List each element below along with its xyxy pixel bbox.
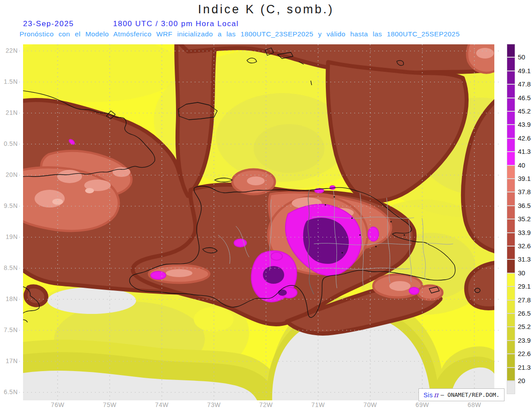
y-axis-label: 8.5N	[4, 264, 18, 271]
colorbar-cell	[507, 300, 515, 313]
x-axis-label: 70W	[364, 401, 377, 408]
colorbar-label: 23.9	[518, 337, 531, 344]
colorbar-label: 35.2	[518, 215, 531, 223]
colorbar-label: 46.5	[518, 94, 531, 102]
colorbar-cell	[507, 44, 515, 57]
colorbar-cell	[507, 381, 515, 394]
colorbar-cell	[507, 111, 515, 125]
y-axis-label: 18N	[6, 295, 18, 302]
x-axis-label: 69W	[415, 401, 429, 408]
y-axis-label: 9.5N	[4, 202, 18, 209]
colorbar-cell	[507, 233, 515, 246]
colorbar-label: 25.2	[518, 323, 531, 330]
colorbar-cell	[507, 354, 515, 367]
colorbar-cell	[507, 98, 515, 111]
colorbar-label: 21.3	[518, 364, 531, 371]
colorbar-cell	[507, 206, 515, 219]
x-axis-label: 71W	[311, 401, 325, 408]
colorbar-cell	[507, 165, 515, 179]
colorbar-cell	[507, 71, 515, 84]
colorbar-label: 43.9	[518, 121, 531, 128]
y-axis: 22N1.5N21N0.5N20N9.5N19N8.5N18N7.5N17N6.…	[0, 44, 20, 400]
colorbar-cell	[507, 57, 515, 70]
watermark-box: Sisπ– ONAMET/REP.DOM.	[419, 388, 505, 401]
k-index-field	[5, 35, 532, 403]
x-axis-label: 74W	[155, 401, 168, 408]
x-axis-label: 68W	[468, 401, 481, 408]
valid-date: 23-Sep-2025	[23, 20, 74, 28]
colorbar-cell	[507, 286, 515, 300]
x-axis-label: 72W	[259, 401, 273, 408]
contour-map	[23, 44, 494, 400]
colorbar-label: 50	[518, 53, 525, 61]
colorbar-cell	[507, 368, 515, 381]
page-title: Indice K (C, somb.)	[0, 3, 532, 16]
x-axis-label: 75W	[103, 401, 116, 408]
colorbar-cell	[507, 125, 515, 138]
colorbar-cell	[507, 273, 515, 286]
colorbar-cell	[507, 259, 515, 273]
colorbar-label: 32.6	[518, 242, 531, 250]
colorbar-cell	[507, 192, 515, 205]
colorbar-label: 26.5	[518, 309, 531, 317]
y-axis-label: 21N	[6, 109, 18, 116]
colorbar-label: 37.8	[518, 188, 531, 196]
y-axis-label: 20N	[6, 171, 18, 178]
colorbar-cell	[507, 219, 515, 232]
watermark-org: – ONAMET/REP.DOM.	[441, 391, 500, 398]
colorbar-cell	[507, 246, 515, 259]
colorbar-label: 42.6	[518, 134, 531, 142]
forecast-note: Pronóstico con el Modelo Atmósferico WRF…	[20, 30, 516, 38]
colorbar-label: 22.6	[518, 350, 531, 357]
colorbar-label: 36.5	[518, 202, 531, 209]
colorbar-cell	[507, 327, 515, 340]
y-axis-label: 19N	[6, 233, 18, 240]
x-axis-label: 76W	[51, 401, 64, 408]
colorbar-label: 41.3	[518, 148, 531, 155]
y-axis-label: 7.5N	[4, 326, 18, 333]
valid-time: 1800 UTC / 3:00 pm Hora Local	[113, 20, 239, 28]
colorbar-cell	[507, 179, 515, 192]
y-axis-label: 22N	[6, 47, 18, 54]
watermark-pi-icon: π	[434, 391, 438, 399]
colorbar-cell	[507, 84, 515, 98]
colorbar-label: 47.8	[518, 80, 531, 88]
colorbar-label: 33.9	[518, 229, 531, 236]
watermark-sis: Sis	[423, 391, 433, 399]
colorbar-cell	[507, 313, 515, 327]
x-axis-label: 73W	[207, 401, 220, 408]
y-axis-label: 0.5N	[4, 140, 18, 147]
contour-map-canvas	[23, 44, 494, 400]
colorbar-label: 29.1	[518, 282, 531, 290]
colorbar-legend: 5049.147.846.545.243.942.641.34039.137.8…	[507, 44, 532, 395]
y-axis-label: 1.5N	[4, 78, 18, 85]
colorbar-label: 27.8	[518, 296, 531, 304]
colorbar-label: 40	[518, 161, 525, 169]
colorbar-cell	[507, 152, 515, 165]
colorbar-cell	[507, 341, 515, 354]
colorbar-label: 45.2	[518, 107, 531, 115]
x-axis: 76W75W74W73W72W71W70W69W68W	[23, 401, 494, 410]
weather-chart-page: Indice K (C, somb.) 23-Sep-2025 1800 UTC…	[0, 0, 532, 411]
colorbar-label: 20	[518, 377, 525, 384]
colorbar-cell	[507, 138, 515, 152]
y-axis-label: 17N	[6, 357, 18, 364]
colorbar-label: 49.1	[518, 67, 531, 74]
colorbar-label: 30	[518, 269, 525, 277]
colorbar-label: 39.1	[518, 175, 531, 182]
colorbar-label: 31.3	[518, 255, 531, 263]
y-axis-label: 6.5N	[4, 388, 18, 395]
